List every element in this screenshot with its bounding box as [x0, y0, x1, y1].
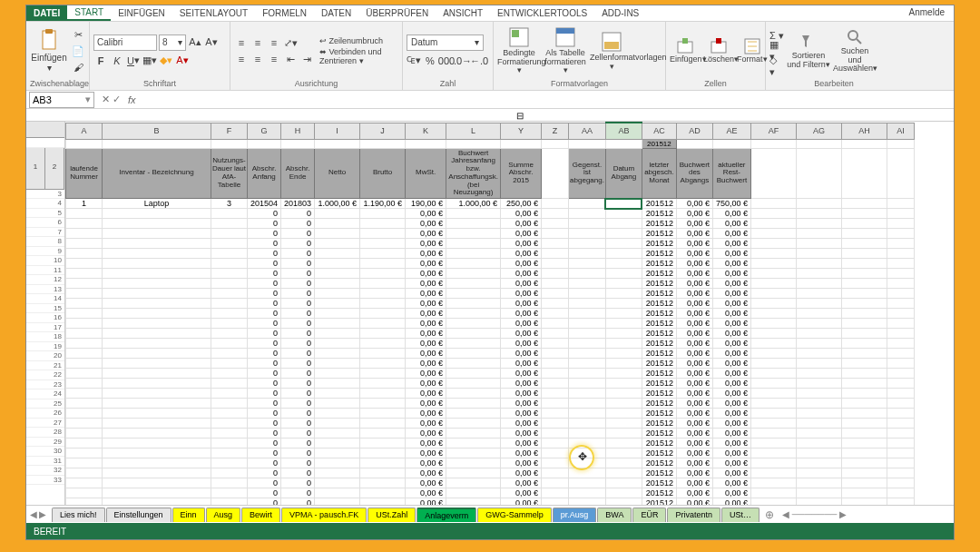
- cell[interactable]: 0: [281, 439, 315, 448]
- ribbon-tab-überprüfen[interactable]: ÜBERPRÜFEN: [358, 5, 436, 21]
- row-header[interactable]: 11: [26, 266, 64, 276]
- cell[interactable]: [750, 339, 796, 349]
- cell[interactable]: [841, 229, 887, 239]
- ribbon-tab-add-ins[interactable]: ADD-INS: [594, 5, 646, 21]
- cell[interactable]: [542, 369, 569, 379]
- cell[interactable]: 0: [248, 219, 281, 229]
- cell[interactable]: [796, 359, 841, 369]
- sheet-tab-einstellungen[interactable]: Einstellungen: [106, 508, 172, 522]
- cell[interactable]: [315, 429, 360, 439]
- cell[interactable]: 201512: [642, 458, 676, 468]
- cell[interactable]: [360, 389, 406, 399]
- cell[interactable]: [446, 419, 501, 429]
- col-header-J[interactable]: J: [360, 123, 406, 139]
- row-header[interactable]: 3: [26, 190, 64, 200]
- cell[interactable]: [841, 409, 887, 419]
- cell[interactable]: [796, 448, 841, 458]
- cell[interactable]: [315, 219, 360, 229]
- cell[interactable]: 0,00 €: [406, 359, 446, 369]
- cell[interactable]: [103, 279, 211, 289]
- cell[interactable]: 0: [248, 468, 281, 478]
- cell[interactable]: 0,00 €: [406, 429, 446, 439]
- currency-button[interactable]: ₠▾: [407, 54, 421, 68]
- cell[interactable]: [841, 359, 887, 369]
- cell[interactable]: 0,00 €: [406, 269, 446, 279]
- col-header-Y[interactable]: Y: [501, 123, 542, 139]
- cell[interactable]: [360, 289, 406, 299]
- cell[interactable]: 201512: [642, 478, 676, 488]
- sheet-tab-vpma-pausch-fk[interactable]: VPMA - pausch.FK: [281, 508, 367, 522]
- cell[interactable]: [542, 239, 569, 249]
- cell[interactable]: 201512: [642, 289, 676, 299]
- cell[interactable]: 0: [281, 448, 315, 458]
- cell[interactable]: 0,00 €: [501, 329, 542, 339]
- insert-cells-button[interactable]: Einfügen▾: [670, 38, 701, 64]
- cell[interactable]: [360, 269, 406, 279]
- cell[interactable]: [360, 349, 406, 359]
- cell[interactable]: 0,00 €: [501, 448, 542, 458]
- cell[interactable]: [569, 409, 606, 419]
- cell[interactable]: [315, 478, 360, 488]
- row-header[interactable]: 24: [26, 389, 64, 399]
- cell[interactable]: 0,00 €: [676, 468, 712, 478]
- grow-font-button[interactable]: A▴: [188, 35, 202, 50]
- cell[interactable]: 0: [248, 478, 281, 488]
- thousands-button[interactable]: 000: [439, 54, 454, 68]
- cell[interactable]: 0: [281, 389, 315, 399]
- cell[interactable]: 0,00 €: [501, 389, 542, 399]
- cell[interactable]: [796, 299, 841, 309]
- cell[interactable]: 0,00 €: [676, 349, 712, 359]
- cell[interactable]: 0,00 €: [406, 409, 446, 419]
- cell[interactable]: [103, 339, 211, 349]
- cell[interactable]: [103, 498, 211, 505]
- cell[interactable]: 0,00 €: [501, 419, 542, 429]
- cell[interactable]: [103, 289, 211, 299]
- conditional-formatting-button[interactable]: Bedingte Formatierung ▾: [497, 26, 541, 76]
- cell[interactable]: [750, 309, 796, 319]
- cell[interactable]: [446, 359, 501, 369]
- cell[interactable]: [750, 458, 796, 468]
- cell[interactable]: [605, 448, 642, 458]
- cell[interactable]: [569, 369, 606, 379]
- cell[interactable]: [841, 309, 887, 319]
- cell[interactable]: [211, 279, 248, 289]
- cell[interactable]: 201512: [642, 379, 676, 389]
- underline-button[interactable]: U ▾: [126, 54, 141, 68]
- cell[interactable]: 0: [248, 419, 281, 429]
- row-header[interactable]: 26: [26, 409, 64, 419]
- cell[interactable]: [446, 259, 501, 269]
- cell[interactable]: [211, 219, 248, 229]
- cell[interactable]: 0,00 €: [406, 309, 446, 319]
- cell[interactable]: 201512: [642, 329, 676, 339]
- cell[interactable]: 250,00 €: [501, 199, 542, 209]
- cell[interactable]: [103, 468, 211, 478]
- cell[interactable]: [542, 319, 569, 329]
- cell[interactable]: [211, 419, 248, 429]
- cell[interactable]: 0: [281, 309, 315, 319]
- cell[interactable]: [796, 339, 841, 349]
- ribbon-tab-formeln[interactable]: FORMELN: [255, 5, 314, 21]
- cell[interactable]: [542, 389, 569, 399]
- cell[interactable]: [211, 249, 248, 259]
- cell[interactable]: [446, 389, 501, 399]
- align-middle-button[interactable]: ≡: [250, 35, 265, 50]
- cell[interactable]: [841, 219, 887, 229]
- cell[interactable]: 0,00 €: [676, 269, 712, 279]
- row-header[interactable]: 13: [26, 285, 64, 295]
- sheet-tab-anlageverm[interactable]: Anlageverm: [416, 508, 476, 522]
- cell[interactable]: [360, 439, 406, 448]
- cell[interactable]: 0,00 €: [406, 289, 446, 299]
- cell[interactable]: [796, 439, 841, 448]
- sheet-tab-lies-mich-[interactable]: Lies mich!: [52, 508, 105, 522]
- cell[interactable]: [211, 339, 248, 349]
- cell[interactable]: 0,00 €: [406, 488, 446, 498]
- cell[interactable]: [446, 409, 501, 419]
- row-header[interactable]: 16: [26, 313, 64, 323]
- cell[interactable]: [66, 429, 103, 439]
- cell[interactable]: [211, 259, 248, 269]
- cell[interactable]: 0,00 €: [501, 319, 542, 329]
- cell[interactable]: 0,00 €: [712, 259, 750, 269]
- cell[interactable]: [542, 309, 569, 319]
- cell[interactable]: [360, 498, 406, 505]
- cell[interactable]: 201512: [642, 229, 676, 239]
